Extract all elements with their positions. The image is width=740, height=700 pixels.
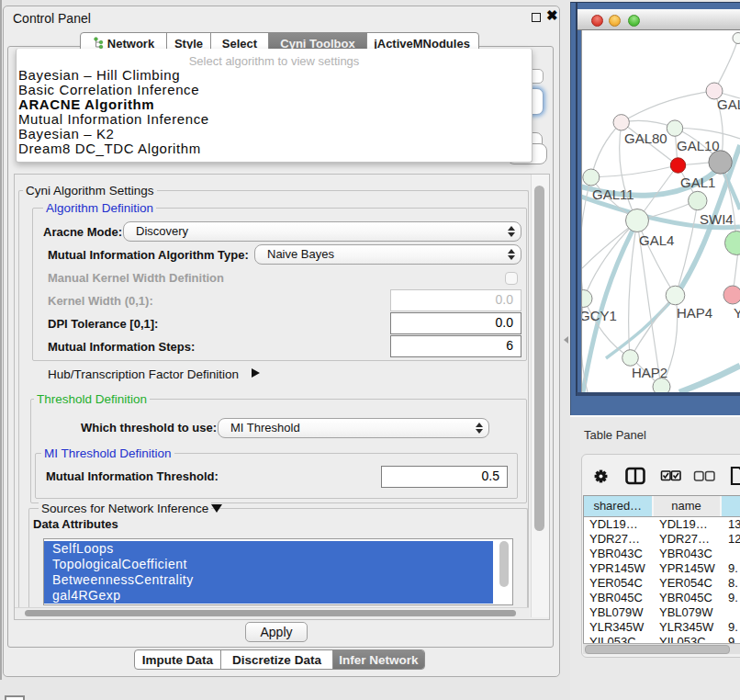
svg-text:GAL10: GAL10 — [677, 138, 720, 153]
svg-text:SWI4: SWI4 — [700, 211, 734, 227]
svg-text:Y: Y — [734, 305, 740, 321]
svg-text:GAL1: GAL1 — [680, 175, 715, 190]
svg-text:HAP4: HAP4 — [677, 305, 712, 321]
svg-text:GAL11: GAL11 — [592, 186, 634, 202]
svg-text:GAL80: GAL80 — [624, 130, 667, 146]
svg-text:GAL4: GAL4 — [639, 232, 674, 248]
svg-text:GCY1: GCY1 — [582, 308, 617, 323]
svg-text:HAP2: HAP2 — [632, 365, 667, 380]
svg-text:GAL7: GAL7 — [717, 96, 740, 112]
